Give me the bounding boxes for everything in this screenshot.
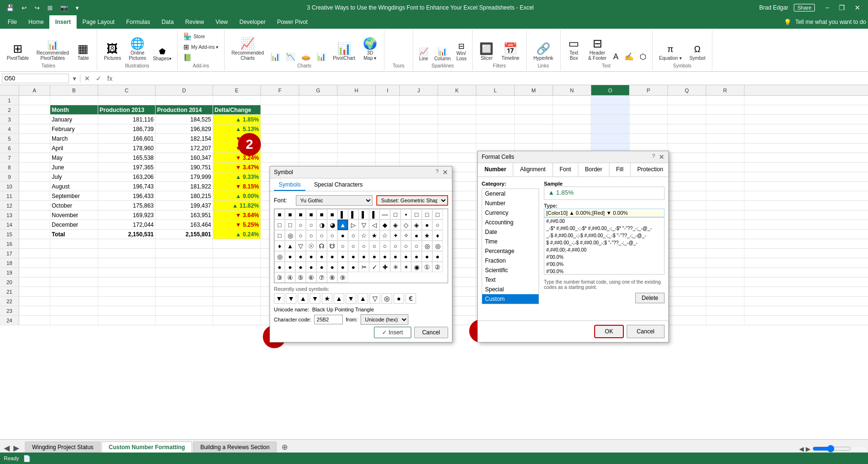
object-button[interactable]: ⬡ bbox=[638, 51, 648, 62]
cell-c13[interactable]: 169,923 bbox=[98, 210, 156, 220]
cell-d14[interactable]: 163,464 bbox=[156, 220, 213, 229]
tab-view[interactable]: View bbox=[210, 15, 234, 29]
cell-e13[interactable]: ▼ 3.64% bbox=[213, 210, 261, 220]
cell-b10[interactable]: August bbox=[50, 182, 98, 191]
table-button[interactable]: ▦ Table bbox=[74, 42, 93, 62]
restore-button[interactable]: ❐ bbox=[835, 3, 849, 12]
wordart-button[interactable]: A bbox=[611, 52, 620, 62]
tab-formulas[interactable]: Formulas bbox=[120, 15, 156, 29]
cell-b3[interactable]: January bbox=[50, 115, 98, 124]
sheet-nav-right[interactable]: ▶ bbox=[11, 443, 21, 453]
undo-icon[interactable]: ↩ bbox=[19, 3, 29, 12]
cell-e6[interactable]: ▼ 3.92% bbox=[213, 144, 261, 153]
cell-c8[interactable]: 197,365 bbox=[98, 163, 156, 172]
header-prod2013[interactable]: Production 2013 bbox=[98, 105, 156, 114]
pivot-table-button[interactable]: ⊞ PivotTable bbox=[4, 42, 32, 62]
equation-button[interactable]: πEquation ▾ bbox=[656, 43, 685, 62]
cell-e5[interactable]: ▼ 8.54% bbox=[213, 134, 261, 143]
recommended-pivot-tables-button[interactable]: 📊 RecommendedPivotTables bbox=[34, 39, 72, 62]
3d-map-button[interactable]: 🌍 3DMap ▾ bbox=[360, 36, 380, 62]
cell-e14[interactable]: ▼ 5.25% bbox=[213, 220, 261, 229]
save-icon[interactable]: 💾 bbox=[4, 3, 16, 12]
sheet-nav-left[interactable]: ◀ bbox=[2, 443, 11, 453]
tab-insert[interactable]: Insert bbox=[49, 15, 77, 29]
zoom-slider[interactable] bbox=[812, 445, 851, 453]
symbol-button[interactable]: ΩSymbol bbox=[687, 43, 708, 62]
slicer-button[interactable]: 🔲Slicer bbox=[476, 42, 496, 62]
cell-d7[interactable]: 160,347 bbox=[156, 153, 213, 162]
cell-c3[interactable]: 181,116 bbox=[98, 115, 156, 124]
col-header-b[interactable]: B bbox=[50, 85, 98, 95]
cell-b11[interactable]: September bbox=[50, 191, 98, 200]
tab-home[interactable]: Home bbox=[23, 15, 49, 29]
store-button[interactable]: 🏪 Store bbox=[181, 32, 207, 41]
cell-d9[interactable]: 179,999 bbox=[156, 172, 213, 181]
formula-input[interactable] bbox=[116, 75, 866, 82]
tab-page-layout[interactable]: Page Layout bbox=[77, 15, 120, 29]
col-header-h[interactable]: H bbox=[338, 85, 376, 95]
cell-d5[interactable]: 182,154 bbox=[156, 134, 213, 143]
col-header-q[interactable]: Q bbox=[668, 85, 706, 95]
col-header-p[interactable]: P bbox=[630, 85, 668, 95]
cell-c11[interactable]: 196,433 bbox=[98, 191, 156, 200]
confirm-formula-btn[interactable]: ✓ bbox=[94, 74, 103, 83]
redo-icon[interactable]: ↪ bbox=[32, 3, 42, 12]
cell-b8[interactable]: June bbox=[50, 163, 98, 172]
shapes-button[interactable]: ⬟ Shapes▾ bbox=[151, 46, 173, 62]
pivot-chart-button[interactable]: 📊 PivotChart bbox=[330, 42, 358, 62]
tab-power-pivot[interactable]: Power Pivot bbox=[271, 15, 314, 29]
cell-e12[interactable]: ▲ 11.82% bbox=[213, 201, 261, 210]
timeline-button[interactable]: 📅Timeline bbox=[498, 42, 522, 62]
name-box[interactable] bbox=[2, 74, 69, 83]
cell-b12[interactable]: October bbox=[50, 201, 98, 210]
col-header-r[interactable]: R bbox=[706, 85, 744, 95]
hyperlink-button[interactable]: 🔗Hyperlink bbox=[530, 42, 556, 62]
cell-d15[interactable]: 2,155,801 bbox=[156, 230, 213, 239]
cell-b15[interactable]: Total bbox=[50, 230, 98, 239]
tell-me-text[interactable]: Tell me what you want to do bbox=[795, 19, 866, 25]
cell-c7[interactable]: 165,538 bbox=[98, 153, 156, 162]
column-sparkline-button[interactable]: 📊Column bbox=[432, 46, 452, 62]
col-header-f[interactable]: F bbox=[261, 85, 299, 95]
cell-b13[interactable]: November bbox=[50, 210, 98, 220]
cell-e3[interactable]: ▲ 1.85% bbox=[213, 115, 261, 124]
page-layout-icon[interactable]: 📄 bbox=[23, 455, 31, 462]
cell-d8[interactable]: 190,751 bbox=[156, 163, 213, 172]
minimize-button[interactable]: − bbox=[822, 3, 833, 12]
cell-d3[interactable]: 184,525 bbox=[156, 115, 213, 124]
add-sheet-button[interactable]: ⊕ bbox=[278, 442, 292, 453]
column-chart-button[interactable]: 📊 bbox=[269, 51, 282, 62]
header-month[interactable]: Month bbox=[50, 105, 98, 114]
tab-file[interactable]: File bbox=[2, 15, 23, 29]
filter-icon[interactable]: ⊞ bbox=[45, 3, 55, 12]
recommended-charts-button[interactable]: 📈 RecommendedCharts bbox=[228, 36, 267, 62]
header-prod2014[interactable]: Production 2014 bbox=[156, 105, 213, 114]
cancel-formula-btn[interactable]: ✕ bbox=[82, 74, 92, 83]
pie-chart-button[interactable]: 🥧 bbox=[299, 51, 313, 62]
cell-e9[interactable]: ▲ 9.33% bbox=[213, 172, 261, 181]
sheet-tab-custom[interactable]: Custom Number Formatting bbox=[101, 442, 192, 453]
col-header-l[interactable]: L bbox=[476, 85, 515, 95]
share-button[interactable]: Share bbox=[794, 4, 814, 11]
cell-e11[interactable]: ▲ 9.00% bbox=[213, 191, 261, 200]
sheet-tab-building[interactable]: Building a Reviews Section bbox=[193, 442, 277, 453]
cell-c14[interactable]: 172,044 bbox=[98, 220, 156, 229]
cell-c9[interactable]: 163,206 bbox=[98, 172, 156, 181]
cell-e8[interactable]: ▼ 3.47% bbox=[213, 163, 261, 172]
dropdown-icon[interactable]: ▾ bbox=[73, 3, 81, 12]
cell-c5[interactable]: 166,601 bbox=[98, 134, 156, 143]
cell-e4[interactable]: ▲ 5.13% bbox=[213, 124, 261, 133]
cell-c4[interactable]: 186,739 bbox=[98, 124, 156, 133]
cell-e15[interactable]: ▲ 0.24% bbox=[213, 230, 261, 239]
bar-chart-button[interactable]: 📉 bbox=[284, 51, 297, 62]
cell-d13[interactable]: 163,951 bbox=[156, 210, 213, 220]
tab-data[interactable]: Data bbox=[156, 15, 179, 29]
cell-b6[interactable]: April bbox=[50, 144, 98, 153]
tab-developer[interactable]: Developer bbox=[234, 15, 271, 29]
col-header-d[interactable]: D bbox=[156, 85, 213, 95]
text-box-button[interactable]: ▭TextBox bbox=[564, 36, 584, 62]
camera-icon[interactable]: 📷 bbox=[58, 3, 70, 12]
insert-function-btn[interactable]: fx bbox=[105, 74, 114, 83]
cell-d12[interactable]: 199,437 bbox=[156, 201, 213, 210]
cell-e10[interactable]: ▼ 8.15% bbox=[213, 182, 261, 191]
